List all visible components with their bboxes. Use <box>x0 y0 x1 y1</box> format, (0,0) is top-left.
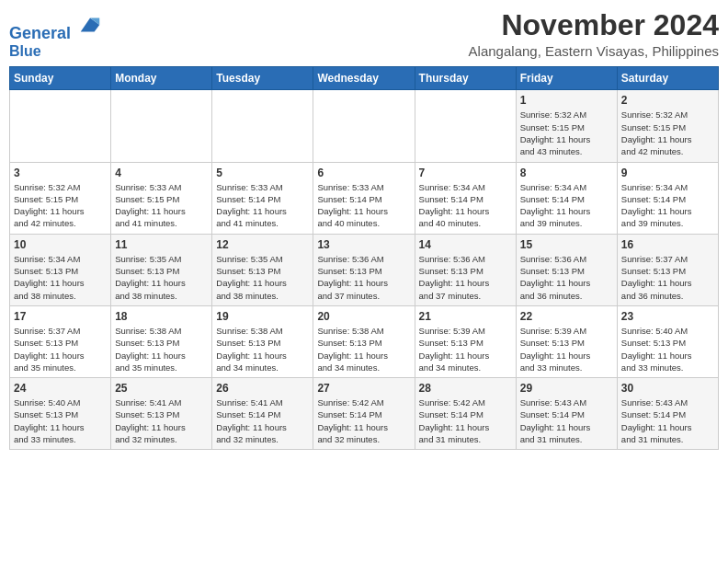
week-row-1: 1Sunrise: 5:32 AM Sunset: 5:15 PM Daylig… <box>10 90 719 162</box>
day-cell: 3Sunrise: 5:32 AM Sunset: 5:15 PM Daylig… <box>10 162 111 234</box>
day-cell: 26Sunrise: 5:41 AM Sunset: 5:14 PM Dayli… <box>212 378 313 450</box>
col-header-monday: Monday <box>111 67 212 90</box>
day-number: 21 <box>419 310 512 323</box>
week-row-2: 3Sunrise: 5:32 AM Sunset: 5:15 PM Daylig… <box>10 162 719 234</box>
day-info: Sunrise: 5:42 AM Sunset: 5:14 PM Dayligh… <box>317 396 410 445</box>
day-info: Sunrise: 5:32 AM Sunset: 5:15 PM Dayligh… <box>621 109 714 157</box>
day-cell <box>10 90 111 162</box>
day-cell: 28Sunrise: 5:42 AM Sunset: 5:14 PM Dayli… <box>415 378 516 450</box>
day-number: 27 <box>317 382 410 395</box>
day-cell: 18Sunrise: 5:38 AM Sunset: 5:13 PM Dayli… <box>111 305 212 377</box>
day-cell: 25Sunrise: 5:41 AM Sunset: 5:13 PM Dayli… <box>111 378 212 450</box>
day-number: 19 <box>216 310 309 323</box>
day-number: 7 <box>419 167 512 179</box>
logo: General Blue <box>9 13 103 59</box>
day-cell: 8Sunrise: 5:34 AM Sunset: 5:14 PM Daylig… <box>516 162 617 234</box>
day-cell: 17Sunrise: 5:37 AM Sunset: 5:13 PM Dayli… <box>10 305 111 377</box>
col-header-friday: Friday <box>516 67 617 90</box>
day-info: Sunrise: 5:38 AM Sunset: 5:13 PM Dayligh… <box>216 325 309 373</box>
day-number: 5 <box>216 167 309 179</box>
day-info: Sunrise: 5:40 AM Sunset: 5:13 PM Dayligh… <box>14 396 107 445</box>
col-header-sunday: Sunday <box>10 67 111 90</box>
day-info: Sunrise: 5:36 AM Sunset: 5:13 PM Dayligh… <box>317 253 410 302</box>
day-number: 2 <box>621 94 714 107</box>
day-cell: 12Sunrise: 5:35 AM Sunset: 5:13 PM Dayli… <box>212 234 313 305</box>
header-row: SundayMondayTuesdayWednesdayThursdayFrid… <box>10 67 719 90</box>
day-cell <box>111 90 212 162</box>
day-cell: 4Sunrise: 5:33 AM Sunset: 5:15 PM Daylig… <box>111 162 212 234</box>
day-number: 14 <box>419 238 512 251</box>
day-info: Sunrise: 5:34 AM Sunset: 5:14 PM Dayligh… <box>621 181 714 230</box>
location-subtitle: Alangalang, Eastern Visayas, Philippines <box>469 43 719 59</box>
day-cell: 20Sunrise: 5:38 AM Sunset: 5:13 PM Dayli… <box>313 305 415 377</box>
day-info: Sunrise: 5:34 AM Sunset: 5:13 PM Dayligh… <box>14 253 107 302</box>
day-info: Sunrise: 5:36 AM Sunset: 5:13 PM Dayligh… <box>419 253 512 302</box>
day-info: Sunrise: 5:41 AM Sunset: 5:14 PM Dayligh… <box>216 396 309 445</box>
day-cell: 24Sunrise: 5:40 AM Sunset: 5:13 PM Dayli… <box>10 378 111 450</box>
day-cell: 14Sunrise: 5:36 AM Sunset: 5:13 PM Dayli… <box>415 234 516 305</box>
day-number: 9 <box>621 167 714 179</box>
logo-icon <box>77 13 103 39</box>
day-number: 1 <box>520 94 613 107</box>
day-info: Sunrise: 5:42 AM Sunset: 5:14 PM Dayligh… <box>419 396 512 445</box>
day-info: Sunrise: 5:33 AM Sunset: 5:14 PM Dayligh… <box>216 181 309 230</box>
day-number: 22 <box>520 310 613 323</box>
day-cell: 16Sunrise: 5:37 AM Sunset: 5:13 PM Dayli… <box>617 234 718 305</box>
day-info: Sunrise: 5:38 AM Sunset: 5:13 PM Dayligh… <box>115 325 208 373</box>
day-info: Sunrise: 5:34 AM Sunset: 5:14 PM Dayligh… <box>520 181 613 230</box>
day-cell <box>415 90 516 162</box>
day-number: 30 <box>621 382 714 395</box>
day-cell: 29Sunrise: 5:43 AM Sunset: 5:14 PM Dayli… <box>516 378 617 450</box>
week-row-4: 17Sunrise: 5:37 AM Sunset: 5:13 PM Dayli… <box>10 305 719 377</box>
day-info: Sunrise: 5:40 AM Sunset: 5:13 PM Dayligh… <box>621 325 714 373</box>
day-number: 28 <box>419 382 512 395</box>
day-info: Sunrise: 5:36 AM Sunset: 5:13 PM Dayligh… <box>520 253 613 302</box>
day-cell: 11Sunrise: 5:35 AM Sunset: 5:13 PM Dayli… <box>111 234 212 305</box>
logo-blue: Blue <box>9 43 103 60</box>
day-info: Sunrise: 5:37 AM Sunset: 5:13 PM Dayligh… <box>14 325 107 373</box>
day-info: Sunrise: 5:35 AM Sunset: 5:13 PM Dayligh… <box>115 253 208 302</box>
day-cell: 27Sunrise: 5:42 AM Sunset: 5:14 PM Dayli… <box>313 378 415 450</box>
day-number: 24 <box>14 382 107 395</box>
day-number: 8 <box>520 167 613 179</box>
day-number: 20 <box>317 310 410 323</box>
day-number: 26 <box>216 382 309 395</box>
day-info: Sunrise: 5:32 AM Sunset: 5:15 PM Dayligh… <box>520 109 613 157</box>
day-cell: 7Sunrise: 5:34 AM Sunset: 5:14 PM Daylig… <box>415 162 516 234</box>
day-cell: 15Sunrise: 5:36 AM Sunset: 5:13 PM Dayli… <box>516 234 617 305</box>
calendar-table: SundayMondayTuesdayWednesdayThursdayFrid… <box>9 66 719 450</box>
day-number: 29 <box>520 382 613 395</box>
day-cell: 30Sunrise: 5:43 AM Sunset: 5:14 PM Dayli… <box>617 378 718 450</box>
week-row-5: 24Sunrise: 5:40 AM Sunset: 5:13 PM Dayli… <box>10 378 719 450</box>
day-cell: 1Sunrise: 5:32 AM Sunset: 5:15 PM Daylig… <box>516 90 617 162</box>
day-number: 6 <box>317 167 410 179</box>
page-header: General Blue November 2024 Alangalang, E… <box>9 9 719 59</box>
day-cell <box>212 90 313 162</box>
day-number: 15 <box>520 238 613 251</box>
col-header-wednesday: Wednesday <box>313 67 415 90</box>
day-number: 11 <box>115 238 208 251</box>
day-cell: 19Sunrise: 5:38 AM Sunset: 5:13 PM Dayli… <box>212 305 313 377</box>
day-info: Sunrise: 5:33 AM Sunset: 5:15 PM Dayligh… <box>115 181 208 230</box>
day-cell: 22Sunrise: 5:39 AM Sunset: 5:13 PM Dayli… <box>516 305 617 377</box>
day-cell: 5Sunrise: 5:33 AM Sunset: 5:14 PM Daylig… <box>212 162 313 234</box>
day-info: Sunrise: 5:32 AM Sunset: 5:15 PM Dayligh… <box>14 181 107 230</box>
day-cell: 2Sunrise: 5:32 AM Sunset: 5:15 PM Daylig… <box>617 90 718 162</box>
day-number: 13 <box>317 238 410 251</box>
logo-text: General <box>9 13 103 43</box>
title-block: November 2024 Alangalang, Eastern Visaya… <box>469 9 719 59</box>
day-number: 16 <box>621 238 714 251</box>
day-cell: 13Sunrise: 5:36 AM Sunset: 5:13 PM Dayli… <box>313 234 415 305</box>
week-row-3: 10Sunrise: 5:34 AM Sunset: 5:13 PM Dayli… <box>10 234 719 305</box>
day-info: Sunrise: 5:35 AM Sunset: 5:13 PM Dayligh… <box>216 253 309 302</box>
day-info: Sunrise: 5:33 AM Sunset: 5:14 PM Dayligh… <box>317 181 410 230</box>
day-cell <box>313 90 415 162</box>
day-cell: 23Sunrise: 5:40 AM Sunset: 5:13 PM Dayli… <box>617 305 718 377</box>
day-number: 3 <box>14 167 107 179</box>
day-number: 12 <box>216 238 309 251</box>
day-number: 10 <box>14 238 107 251</box>
day-info: Sunrise: 5:39 AM Sunset: 5:13 PM Dayligh… <box>419 325 512 373</box>
day-info: Sunrise: 5:37 AM Sunset: 5:13 PM Dayligh… <box>621 253 714 302</box>
day-info: Sunrise: 5:39 AM Sunset: 5:13 PM Dayligh… <box>520 325 613 373</box>
day-number: 17 <box>14 310 107 323</box>
